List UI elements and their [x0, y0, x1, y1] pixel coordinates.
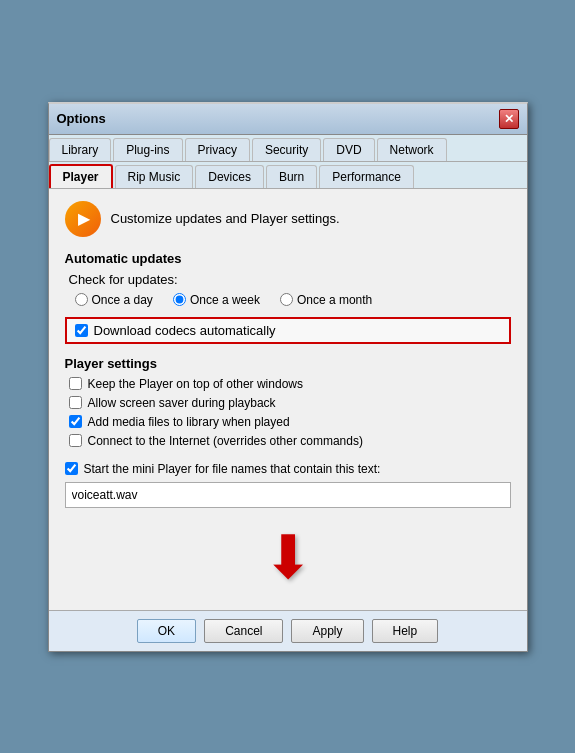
tab-dvd[interactable]: DVD [323, 138, 374, 161]
radio-once-a-day[interactable]: Once a day [75, 293, 153, 307]
radio-once-a-day-label: Once a day [92, 293, 153, 307]
download-codecs-row: Download codecs automatically [65, 317, 511, 344]
add-media-files-label: Add media files to library when played [88, 415, 290, 429]
player-settings-label: Player settings [65, 356, 511, 371]
cancel-button[interactable]: Cancel [204, 619, 283, 643]
download-codecs-label: Download codecs automatically [94, 323, 276, 338]
radio-once-a-month-input[interactable] [280, 293, 293, 306]
arrow-container: ⬇ [65, 508, 511, 598]
window-title: Options [57, 111, 106, 126]
radio-once-a-month[interactable]: Once a month [280, 293, 372, 307]
keep-on-top-row: Keep the Player on top of other windows [69, 377, 511, 391]
tab-library[interactable]: Library [49, 138, 112, 161]
tab-performance[interactable]: Performance [319, 165, 414, 188]
allow-screensaver-row: Allow screen saver during playback [69, 396, 511, 410]
allow-screensaver-label: Allow screen saver during playback [88, 396, 276, 410]
keep-on-top-label: Keep the Player on top of other windows [88, 377, 303, 391]
tab-security[interactable]: Security [252, 138, 321, 161]
tab-rip-music[interactable]: Rip Music [115, 165, 194, 188]
radio-once-a-month-label: Once a month [297, 293, 372, 307]
mini-player-text-input[interactable] [65, 482, 511, 508]
connect-internet-label: Connect to the Internet (overrides other… [88, 434, 363, 448]
tab-burn[interactable]: Burn [266, 165, 317, 188]
mini-player-section: Start the mini Player for file names tha… [65, 462, 511, 508]
title-bar: Options ✕ [49, 104, 527, 135]
tab-privacy[interactable]: Privacy [185, 138, 250, 161]
tab-devices[interactable]: Devices [195, 165, 264, 188]
footer: OK Cancel Apply Help [49, 610, 527, 651]
player-settings-section: Player settings Keep the Player on top o… [65, 356, 511, 448]
tabs-row2: Player Rip Music Devices Burn Performanc… [49, 162, 527, 189]
radio-once-a-week-label: Once a week [190, 293, 260, 307]
add-media-files-row: Add media files to library when played [69, 415, 511, 429]
keep-on-top-checkbox[interactable] [69, 377, 82, 390]
player-icon [65, 201, 101, 237]
connect-internet-row: Connect to the Internet (overrides other… [69, 434, 511, 448]
options-dialog: Options ✕ Library Plug-ins Privacy Secur… [48, 102, 528, 652]
mini-player-checkbox-row: Start the mini Player for file names tha… [65, 462, 511, 476]
radio-once-a-week[interactable]: Once a week [173, 293, 260, 307]
download-codecs-checkbox[interactable] [75, 324, 88, 337]
tab-network[interactable]: Network [377, 138, 447, 161]
content-area: Customize updates and Player settings. A… [49, 189, 527, 610]
tab-player[interactable]: Player [49, 164, 113, 188]
ok-button[interactable]: OK [137, 619, 196, 643]
mini-player-checkbox[interactable] [65, 462, 78, 475]
add-media-files-checkbox[interactable] [69, 415, 82, 428]
help-button[interactable]: Help [372, 619, 439, 643]
down-arrow-icon: ⬇ [263, 528, 313, 588]
check-for-updates-label: Check for updates: [69, 272, 511, 287]
tabs-row1: Library Plug-ins Privacy Security DVD Ne… [49, 135, 527, 162]
header-section: Customize updates and Player settings. [65, 201, 511, 237]
automatic-updates-section: Automatic updates Check for updates: Onc… [65, 251, 511, 344]
tab-plugins[interactable]: Plug-ins [113, 138, 182, 161]
apply-button[interactable]: Apply [291, 619, 363, 643]
allow-screensaver-checkbox[interactable] [69, 396, 82, 409]
header-description: Customize updates and Player settings. [111, 211, 340, 226]
radio-once-a-week-input[interactable] [173, 293, 186, 306]
radio-group: Once a day Once a week Once a month [75, 293, 511, 307]
radio-once-a-day-input[interactable] [75, 293, 88, 306]
close-button[interactable]: ✕ [499, 109, 519, 129]
connect-internet-checkbox[interactable] [69, 434, 82, 447]
mini-player-label: Start the mini Player for file names tha… [84, 462, 381, 476]
automatic-updates-label: Automatic updates [65, 251, 511, 266]
